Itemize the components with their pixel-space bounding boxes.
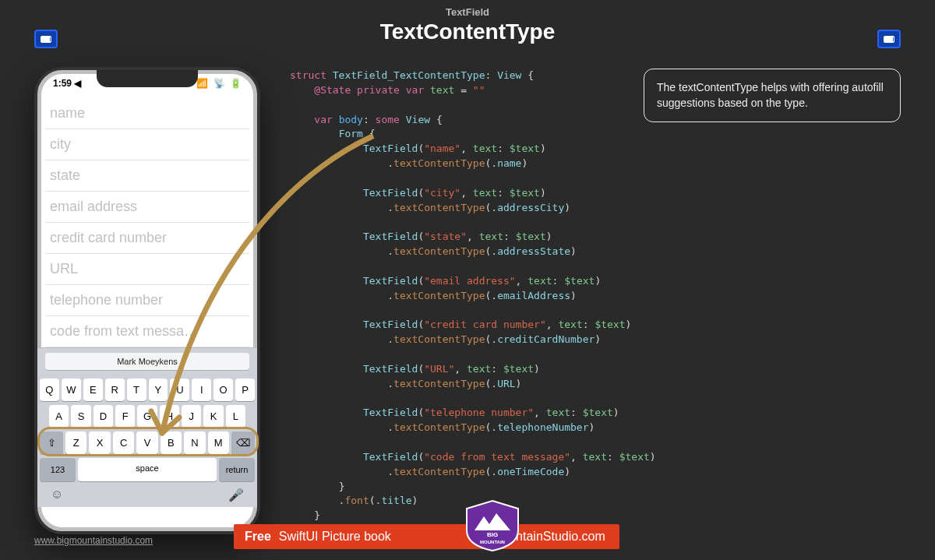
- emoji-icon[interactable]: ☺: [51, 488, 63, 502]
- status-indicators: 📶 📡 🔋: [194, 78, 242, 89]
- wifi-icon: 📡: [213, 78, 225, 89]
- key-u[interactable]: U: [170, 379, 189, 401]
- footer-banner: Free SwiftUI Picture book BigMountainStu…: [234, 524, 619, 549]
- textfield-name[interactable]: name: [45, 98, 249, 129]
- key-w[interactable]: W: [62, 379, 81, 401]
- keyboard: Q W E R T Y U I O P A S D F G H J K L ⇧ …: [37, 375, 257, 507]
- key-c[interactable]: C: [113, 431, 134, 454]
- banner-free-label: Free: [245, 530, 271, 544]
- key-g[interactable]: G: [137, 405, 157, 428]
- page-title: TextContentType: [0, 19, 935, 44]
- key-b[interactable]: B: [161, 431, 182, 454]
- key-e[interactable]: E: [83, 379, 103, 401]
- autofill-suggestion-bar: Mark Moeykens: [37, 347, 257, 375]
- key-i[interactable]: I: [192, 379, 211, 401]
- textfield-state[interactable]: state: [45, 160, 249, 192]
- key-f[interactable]: F: [115, 405, 135, 428]
- status-time: 1:59 ◀: [53, 78, 81, 89]
- key-k[interactable]: K: [203, 405, 223, 428]
- key-p[interactable]: P: [235, 379, 255, 401]
- key-s[interactable]: S: [71, 405, 90, 428]
- svg-text:BIG: BIG: [487, 531, 498, 538]
- key-r[interactable]: R: [105, 379, 125, 401]
- key-delete[interactable]: ⌫: [231, 431, 255, 454]
- iphone-notch: [97, 70, 198, 87]
- key-row-3: ⇧ Z X C V B N M ⌫: [40, 431, 255, 454]
- key-row-4: 123 space return: [40, 458, 255, 481]
- bigmountain-logo-icon: BIG MOUNTAIN: [464, 499, 521, 552]
- key-q[interactable]: Q: [40, 379, 59, 401]
- key-z[interactable]: Z: [65, 431, 86, 454]
- svg-text:MOUNTAIN: MOUNTAIN: [480, 540, 505, 544]
- key-n[interactable]: N: [184, 431, 205, 454]
- callout-box: The textContentType helps with offering …: [644, 69, 901, 122]
- key-l[interactable]: L: [226, 405, 245, 428]
- textfield-icon-right: [877, 30, 901, 48]
- key-h[interactable]: H: [160, 405, 179, 428]
- callout-text: The textContentType helps with offering …: [657, 81, 884, 109]
- textfield-creditcard[interactable]: credit card number: [45, 223, 249, 254]
- mic-icon[interactable]: 🎤: [228, 488, 244, 502]
- footer-url[interactable]: www.bigmountainstudio.com: [34, 535, 153, 546]
- textfield-email[interactable]: email address: [45, 192, 249, 223]
- key-123[interactable]: 123: [40, 458, 76, 481]
- banner-text-1: SwiftUI Picture book: [279, 530, 391, 544]
- key-y[interactable]: Y: [149, 379, 168, 401]
- autofill-suggestion[interactable]: Mark Moeykens: [45, 353, 249, 370]
- page-subtitle: TextField: [0, 0, 935, 18]
- key-j[interactable]: J: [182, 405, 201, 428]
- textfield-otp[interactable]: code from text messa…: [45, 316, 249, 347]
- textfield-url[interactable]: URL: [45, 254, 249, 285]
- key-x[interactable]: X: [89, 431, 110, 454]
- textfield-icon-left: [34, 30, 58, 48]
- iphone-mockup: 1:59 ◀ 📶 📡 🔋 name city state email addre…: [34, 67, 260, 534]
- key-a[interactable]: A: [49, 405, 69, 428]
- textfield-city[interactable]: city: [45, 129, 249, 160]
- form: name city state email address credit car…: [37, 93, 257, 347]
- key-t[interactable]: T: [127, 379, 146, 401]
- key-space[interactable]: space: [78, 458, 217, 481]
- battery-icon: 🔋: [230, 78, 242, 89]
- key-row-1: Q W E R T Y U I O P: [40, 379, 255, 401]
- code-block: struct TextField_TextContentType: View {…: [290, 69, 656, 538]
- key-shift[interactable]: ⇧: [40, 431, 63, 454]
- key-v[interactable]: V: [136, 431, 157, 454]
- signal-icon: 📶: [196, 78, 208, 89]
- keyboard-bottom-row: ☺ 🎤: [40, 485, 255, 502]
- key-row-2: A S D F G H J K L: [40, 405, 255, 428]
- textfield-telephone[interactable]: telephone number: [45, 285, 249, 316]
- key-m[interactable]: M: [208, 431, 229, 454]
- key-return[interactable]: return: [219, 458, 255, 481]
- key-o[interactable]: O: [213, 379, 233, 401]
- key-d[interactable]: D: [94, 405, 113, 428]
